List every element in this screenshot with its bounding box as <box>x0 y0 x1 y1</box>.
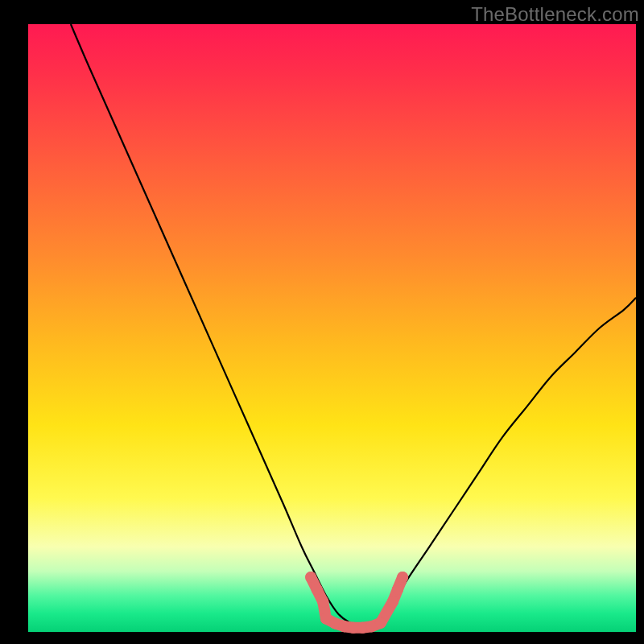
curve-marker <box>312 584 323 595</box>
curve-markers <box>305 572 408 634</box>
bottleneck-curve-svg <box>28 24 636 632</box>
watermark-text: TheBottleneck.com <box>471 3 639 26</box>
plot-area <box>28 24 636 632</box>
curve-marker <box>387 596 398 607</box>
curve-marker <box>305 572 316 583</box>
curve-marker <box>317 596 328 607</box>
chart-frame: TheBottleneck.com <box>0 0 644 644</box>
curve-marker <box>375 617 386 629</box>
bottleneck-curve <box>71 24 636 628</box>
curve-marker <box>392 584 403 595</box>
curve-marker <box>397 572 408 583</box>
